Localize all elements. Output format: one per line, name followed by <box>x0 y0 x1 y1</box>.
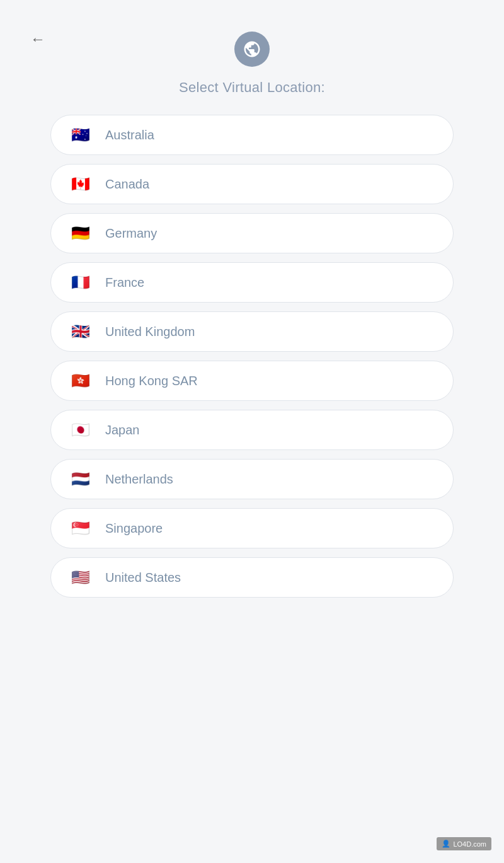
location-item-germany[interactable]: 🇩🇪Germany <box>50 213 454 253</box>
flag-germany: 🇩🇪 <box>69 225 93 241</box>
location-name-united-kingdom: United Kingdom <box>105 325 195 339</box>
location-item-australia[interactable]: 🇦🇺Australia <box>50 115 454 155</box>
location-item-canada[interactable]: 🇨🇦Canada <box>50 164 454 204</box>
globe-icon <box>234 32 270 67</box>
flag-france: 🇫🇷 <box>69 274 93 291</box>
flag-united-kingdom: 🇬🇧 <box>69 323 93 340</box>
flag-australia: 🇦🇺 <box>69 127 93 143</box>
location-name-germany: Germany <box>105 226 157 241</box>
location-name-hong-kong: Hong Kong SAR <box>105 374 198 388</box>
flag-canada: 🇨🇦 <box>69 176 93 192</box>
watermark: 👤 LO4D.com <box>437 837 491 850</box>
location-name-canada: Canada <box>105 177 149 192</box>
flag-united-states: 🇺🇸 <box>69 569 93 586</box>
page-title: Select Virtual Location: <box>179 79 325 96</box>
location-item-japan[interactable]: 🇯🇵Japan <box>50 410 454 450</box>
location-name-australia: Australia <box>105 128 154 142</box>
location-item-netherlands[interactable]: 🇳🇱Netherlands <box>50 459 454 499</box>
app-container: ← Select Virtual Location: 🇦🇺Australia🇨🇦… <box>0 0 504 863</box>
globe-svg <box>243 40 261 59</box>
back-arrow-icon: ← <box>30 30 45 48</box>
watermark-icon: 👤 <box>442 840 450 848</box>
location-item-singapore[interactable]: 🇸🇬Singapore <box>50 508 454 548</box>
back-button[interactable]: ← <box>25 25 50 53</box>
flag-singapore: 🇸🇬 <box>69 520 93 536</box>
flag-japan: 🇯🇵 <box>69 422 93 438</box>
location-item-united-states[interactable]: 🇺🇸United States <box>50 557 454 598</box>
location-name-france: France <box>105 275 144 290</box>
flag-netherlands: 🇳🇱 <box>69 471 93 487</box>
location-name-netherlands: Netherlands <box>105 472 173 487</box>
location-list: 🇦🇺Australia🇨🇦Canada🇩🇪Germany🇫🇷France🇬🇧Un… <box>50 115 454 598</box>
location-item-united-kingdom[interactable]: 🇬🇧United Kingdom <box>50 311 454 352</box>
flag-hong-kong: 🇭🇰 <box>69 373 93 389</box>
watermark-label: LO4D.com <box>453 840 486 848</box>
location-item-hong-kong[interactable]: 🇭🇰Hong Kong SAR <box>50 361 454 401</box>
location-name-united-states: United States <box>105 571 181 585</box>
location-name-singapore: Singapore <box>105 521 163 536</box>
header: Select Virtual Location: <box>50 32 454 96</box>
location-name-japan: Japan <box>105 423 140 437</box>
location-item-france[interactable]: 🇫🇷France <box>50 262 454 303</box>
